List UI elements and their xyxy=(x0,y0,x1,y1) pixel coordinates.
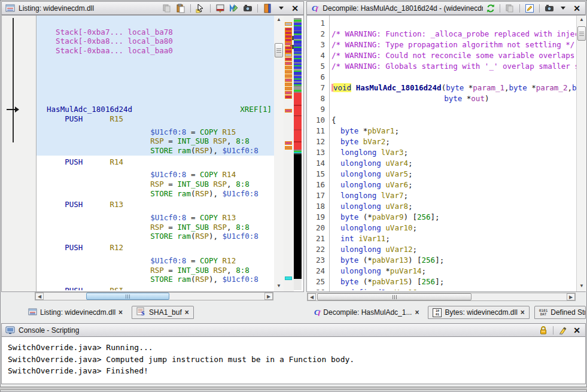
toggle-margin-icon[interactable] xyxy=(215,3,226,14)
listing-line[interactable]: Stack[-0xba7... local_ba78 xyxy=(37,28,274,37)
decompile-code[interactable]: 12/* WARNING: Function: _alloca_probe re… xyxy=(307,18,576,290)
listing-line[interactable]: $U1cf0:8 = COPY R12 xyxy=(37,256,274,266)
console-output[interactable]: SwitchOverride.java> Running...SwitchOve… xyxy=(1,336,586,384)
decompile-horizontal-scrollbar[interactable]: ◀ ▶ xyxy=(307,293,576,301)
decompile-line[interactable]: 18 ulonglong uVar8; xyxy=(307,201,576,212)
listing-scroll-thumb[interactable] xyxy=(275,43,283,57)
copy-icon[interactable] xyxy=(504,3,515,14)
listing-line[interactable]: PUSH R15 xyxy=(37,114,274,124)
listing-line[interactable] xyxy=(37,18,274,28)
scroll-left-icon[interactable]: ◀ xyxy=(35,293,44,300)
decompile-line[interactable]: 17 longlong lVar7; xyxy=(307,190,576,201)
listing-line[interactable] xyxy=(37,93,274,103)
bookmark-marker[interactable] xyxy=(285,141,292,145)
decompile-vertical-scrollbar[interactable]: ▲ ▼ xyxy=(576,16,586,291)
decompile-line[interactable]: 22 ulonglong uVar12; xyxy=(307,244,576,255)
listing-line[interactable] xyxy=(37,74,274,84)
decompile-panel-header[interactable]: Cf Decompile: HasMulAdc_18016d24d - (wid… xyxy=(306,1,586,15)
decompile-line[interactable]: 24 ulonglong *puVar14; xyxy=(307,266,576,276)
decompile-line[interactable]: 20 ulonglong uVar10; xyxy=(307,223,576,233)
snapshot-camera-icon[interactable] xyxy=(544,3,555,14)
decompile-line[interactable]: 11 byte *pbVar1; xyxy=(307,126,576,136)
bookmark-marker[interactable] xyxy=(285,62,292,65)
tab-bytes[interactable]: 1001 Bytes: widevinecdm.dll × xyxy=(428,306,529,319)
decompile-line[interactable]: 8 byte *out) xyxy=(307,93,576,104)
decompile-line[interactable]: 7void HasMulAdc_18016d24d(byte *param_1,… xyxy=(307,83,576,93)
listing-line[interactable]: STORE ram(RSP), $U1cf0:8 xyxy=(37,275,274,284)
bookmark-marker[interactable] xyxy=(285,83,292,86)
bookmark-marker[interactable] xyxy=(285,109,292,113)
dropdown-arrow-icon[interactable] xyxy=(276,3,287,14)
bookmark-marker[interactable] xyxy=(285,95,292,99)
close-icon[interactable]: ✕ xyxy=(290,3,300,14)
listing-line[interactable]: $U1cf0:8 = COPY R14 xyxy=(37,170,274,180)
decompile-line[interactable]: 26 undefined8 uVar16; xyxy=(307,287,576,290)
scroll-up-icon[interactable]: ▲ xyxy=(274,17,284,22)
tab-close-icon[interactable]: × xyxy=(521,309,525,316)
decompile-line[interactable]: 12 byte bVar2; xyxy=(307,136,576,147)
close-icon[interactable]: ✕ xyxy=(571,325,582,336)
listing-line[interactable]: RSP = INT_SUB RSP, 8:8 xyxy=(37,223,274,232)
decompile-line[interactable]: 2/* WARNING: Function: _alloca_probe rep… xyxy=(307,29,576,39)
bookmark-marker[interactable] xyxy=(285,70,292,74)
listing-line[interactable]: RSP = INT_SUB RSP, 8:8 xyxy=(37,266,274,275)
listing-horizontal-scrollbar[interactable]: ◀ ▶ xyxy=(35,292,273,300)
bookmark-marker[interactable] xyxy=(285,42,292,45)
bookmark-marker[interactable] xyxy=(285,87,292,90)
bookmark-marker[interactable] xyxy=(285,53,292,57)
listing-line[interactable]: $U1cf0:8 = COPY R13 xyxy=(37,213,274,223)
tab-close-icon[interactable]: × xyxy=(415,309,419,316)
paste-icon[interactable] xyxy=(175,3,186,14)
decompile-line[interactable]: 13 longlong lVar3; xyxy=(307,147,576,158)
listing-line[interactable]: RSP = INT_SUB RSP, 8:8 xyxy=(37,136,274,146)
decompile-line[interactable]: 25 byte (*pabVar15) [256]; xyxy=(307,276,576,287)
decompile-line[interactable]: 21 int iVar11; xyxy=(307,233,576,244)
refresh-icon[interactable] xyxy=(486,3,495,14)
listing-line[interactable]: STORE ram(RSP), $U1cf0:8 xyxy=(37,146,274,156)
bookmark-marker[interactable] xyxy=(285,146,292,150)
listing-line[interactable]: $U1cf0:8 = COPY R15 xyxy=(37,127,274,137)
scroll-lock-icon[interactable] xyxy=(538,325,549,336)
decompile-line[interactable]: 5/* WARNING: Globals starting with '_' o… xyxy=(307,61,576,72)
listing-line[interactable]: STORE ram(RSP), $U1cf0:8 xyxy=(37,232,274,241)
dropdown-arrow-icon[interactable] xyxy=(558,3,568,14)
decompile-line[interactable]: 14 ulonglong uVar4; xyxy=(307,158,576,169)
decompile-line[interactable]: 10{ xyxy=(307,115,576,126)
scroll-right-icon[interactable]: ▶ xyxy=(567,293,575,300)
diff-view-icon[interactable] xyxy=(229,3,239,14)
close-icon[interactable]: ✕ xyxy=(571,3,582,14)
console-panel-header[interactable]: Console - Scripting ✕ xyxy=(1,323,586,337)
listing-code[interactable]: Stack[-0xba7... local_ba78 Stack[-0xba8.… xyxy=(37,18,274,290)
listing-line[interactable]: STORE ram(RSP), $U1cf0:8 xyxy=(37,189,274,199)
decompile-line[interactable]: 9 xyxy=(307,104,576,115)
tab-close-icon[interactable]: × xyxy=(118,309,123,316)
listing-line[interactable]: PUSH R14 xyxy=(37,157,274,167)
clear-console-icon[interactable] xyxy=(558,325,568,336)
listing-line[interactable]: Stack[-0xbaa... local_baa0 xyxy=(37,46,274,56)
listing-line[interactable]: PUSH RSI xyxy=(37,286,274,290)
snapshot-camera-icon[interactable] xyxy=(242,3,253,14)
listing-hscroll-thumb[interactable] xyxy=(86,293,169,300)
listing-vertical-scrollbar[interactable]: ▲ ▼ xyxy=(274,16,284,291)
edit-icon[interactable] xyxy=(524,3,535,14)
scroll-left-icon[interactable]: ◀ xyxy=(308,293,316,300)
scroll-down-icon[interactable]: ▼ xyxy=(577,284,586,288)
scroll-up-icon[interactable]: ▲ xyxy=(577,17,586,22)
listing-line[interactable] xyxy=(37,84,274,93)
bookmark-marker[interactable] xyxy=(285,22,292,26)
program-tree-icon[interactable] xyxy=(262,3,273,14)
decompile-line[interactable]: 3/* WARNING: Type propagation algorithm … xyxy=(307,39,576,50)
tab-close-icon[interactable]: × xyxy=(185,309,189,316)
decompile-line[interactable]: 16 ulonglong uVar6; xyxy=(307,180,576,190)
decompile-line[interactable]: 15 ulonglong uVar5; xyxy=(307,169,576,180)
bookmark-marker[interactable] xyxy=(285,57,292,61)
listing-panel-header[interactable]: Listing: widevinecdm.dll ✕ xyxy=(1,1,304,15)
decompile-line[interactable]: 4/* WARNING: Could not reconcile some va… xyxy=(307,50,576,61)
tab-decompile[interactable]: Cf Decompile: HasMulAdc_1... × xyxy=(310,306,423,319)
listing-line[interactable] xyxy=(37,65,274,74)
listing-line[interactable]: PUSH R12 xyxy=(37,243,274,253)
copy-icon[interactable] xyxy=(162,3,172,14)
listing-line[interactable]: HasMulAdc_18016d24dXREF[1] xyxy=(37,105,274,114)
bookmark-marker[interactable] xyxy=(285,91,292,95)
decompile-line[interactable]: 6 xyxy=(307,72,576,83)
